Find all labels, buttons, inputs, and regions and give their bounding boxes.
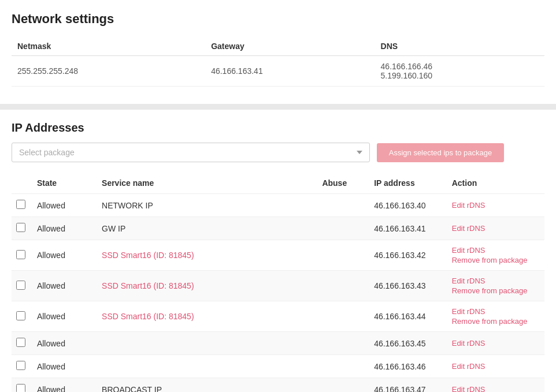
abuse-cell [317,240,369,271]
row-checkbox[interactable] [16,384,25,392]
action-links: Edit rDNS [452,362,540,371]
action-links: Edit rDNSRemove from package [452,277,540,295]
row-checkbox[interactable] [16,311,25,320]
row-checkbox-cell[interactable] [12,194,32,217]
state-cell: Allowed [32,378,97,393]
action-link[interactable]: Remove from package [452,256,540,264]
assign-ips-button[interactable]: Assign selected ips to package [377,143,504,162]
state-cell: Allowed [32,355,97,378]
row-checkbox[interactable] [16,338,25,347]
package-selector-row: Select package Assign selected ips to pa… [12,143,544,162]
action-link[interactable]: Edit rDNS [452,277,540,285]
row-checkbox-cell[interactable] [12,271,32,301]
service-cell: BROADCAST IP [97,378,317,393]
ip-table-row: Allowed NETWORK IP 46.166.163.40 Edit rD… [12,194,544,217]
row-checkbox-cell[interactable] [12,355,32,378]
select-package-dropdown[interactable]: Select package [12,143,370,162]
abuse-cell [317,301,369,332]
ip-cell: 46.166.163.47 [369,378,447,393]
state-cell: Allowed [32,332,97,355]
service-link[interactable]: SSD Smart16 (ID: 81845) [102,312,194,321]
ip-addresses-section: IP Addresses Select package Assign selec… [12,121,544,392]
abuse-cell [317,217,369,240]
ip-cell: 46.166.163.42 [369,240,447,271]
ip-table-row: Allowed 46.166.163.45 Edit rDNS [12,332,544,355]
row-checkbox[interactable] [16,361,25,370]
service-cell: SSD Smart16 (ID: 81845) [97,271,317,301]
action-link[interactable]: Remove from package [452,317,540,326]
action-cell: Edit rDNS [447,378,544,393]
state-header: State [32,173,97,194]
action-links: Edit rDNS [452,224,540,233]
row-checkbox[interactable] [16,281,25,290]
ip-cell: 46.166.163.40 [369,194,447,217]
row-checkbox-cell[interactable] [12,332,32,355]
abuse-cell [317,194,369,217]
service-cell [97,332,317,355]
action-header: Action [447,173,544,194]
action-link[interactable]: Remove from package [452,286,540,295]
section-divider [0,104,556,110]
checkbox-header [12,173,32,194]
action-cell: Edit rDNS [447,217,544,240]
ip-table-row: Allowed 46.166.163.46 Edit rDNS [12,355,544,378]
ip-cell: 46.166.163.41 [369,217,447,240]
row-checkbox-cell[interactable] [12,217,32,240]
state-cell: Allowed [32,301,97,332]
gateway-header: Gateway [205,37,375,56]
netmask-cell: 255.255.255.248 [12,56,205,87]
state-cell: Allowed [32,271,97,301]
service-cell [97,355,317,378]
action-links: Edit rDNSRemove from package [452,246,540,264]
action-cell: Edit rDNS [447,332,544,355]
action-links: Edit rDNSRemove from package [452,307,540,326]
service-link[interactable]: SSD Smart16 (ID: 81845) [102,251,194,260]
action-links: Edit rDNS [452,339,540,348]
service-name: NETWORK IP [102,201,153,210]
abuse-header: Abuse [317,173,369,194]
action-cell: Edit rDNS [447,194,544,217]
row-checkbox-cell[interactable] [12,301,32,332]
action-links: Edit rDNS [452,201,540,210]
service-name: GW IP [102,224,125,233]
service-cell: GW IP [97,217,317,240]
action-cell: Edit rDNS [447,355,544,378]
abuse-cell [317,271,369,301]
ip-table-row: Allowed SSD Smart16 (ID: 81845) 46.166.1… [12,240,544,271]
ip-header: IP address [369,173,447,194]
row-checkbox[interactable] [16,250,25,259]
network-settings-section: Network settings Netmask Gateway DNS 255… [12,12,544,87]
row-checkbox-cell[interactable] [12,240,32,271]
action-link[interactable]: Edit rDNS [452,385,540,392]
ip-cell: 46.166.163.44 [369,301,447,332]
action-links: Edit rDNS [452,385,540,392]
ip-table: State Service name Abuse IP address Acti… [12,173,544,392]
abuse-cell [317,378,369,393]
action-link[interactable]: Edit rDNS [452,307,540,316]
service-cell: SSD Smart16 (ID: 81845) [97,301,317,332]
row-checkbox-cell[interactable] [12,378,32,393]
service-link[interactable]: SSD Smart16 (ID: 81845) [102,281,194,290]
ip-cell: 46.166.163.45 [369,332,447,355]
action-link[interactable]: Edit rDNS [452,339,540,348]
state-cell: Allowed [32,194,97,217]
action-link[interactable]: Edit rDNS [452,362,540,371]
ip-table-row: Allowed SSD Smart16 (ID: 81845) 46.166.1… [12,301,544,332]
action-cell: Edit rDNSRemove from package [447,271,544,301]
gateway-cell: 46.166.163.41 [205,56,375,87]
action-cell: Edit rDNSRemove from package [447,301,544,332]
action-link[interactable]: Edit rDNS [452,246,540,255]
state-cell: Allowed [32,240,97,271]
abuse-cell [317,332,369,355]
action-link[interactable]: Edit rDNS [452,224,540,233]
row-checkbox[interactable] [16,200,25,209]
dns-cell: 46.166.166.465.199.160.160 [375,56,544,87]
action-link[interactable]: Edit rDNS [452,201,540,210]
service-cell: SSD Smart16 (ID: 81845) [97,240,317,271]
netmask-header: Netmask [12,37,205,56]
row-checkbox[interactable] [16,223,25,232]
abuse-cell [317,355,369,378]
network-table: Netmask Gateway DNS 255.255.255.248 46.1… [12,37,544,87]
state-cell: Allowed [32,217,97,240]
ip-cell: 46.166.163.43 [369,271,447,301]
